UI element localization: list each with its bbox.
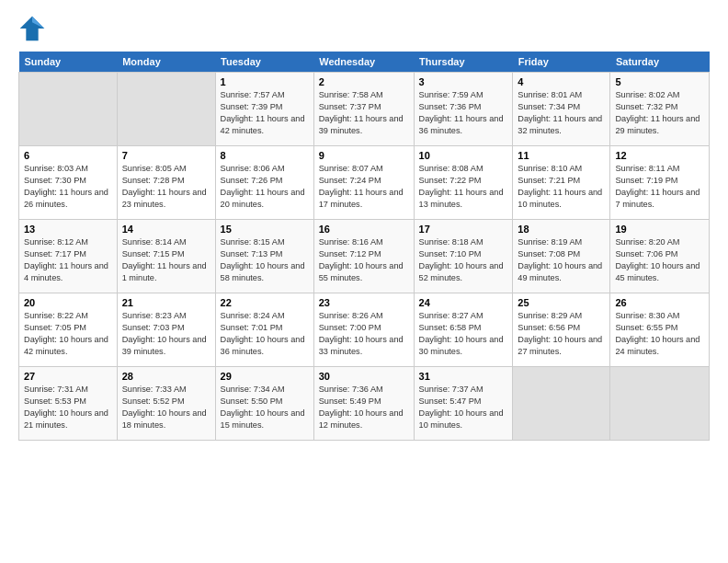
day-info: Sunrise: 8:27 AM Sunset: 6:58 PM Dayligh…	[419, 310, 508, 358]
day-info: Sunrise: 8:23 AM Sunset: 7:03 PM Dayligh…	[122, 310, 210, 358]
day-info: Sunrise: 8:02 AM Sunset: 7:32 PM Dayligh…	[615, 89, 704, 137]
calendar-day-cell: 22Sunrise: 8:24 AM Sunset: 7:01 PM Dayli…	[215, 293, 313, 367]
day-number: 28	[122, 371, 210, 382]
day-number: 6	[24, 150, 112, 161]
day-info: Sunrise: 8:03 AM Sunset: 7:30 PM Dayligh…	[24, 163, 112, 211]
calendar-day-cell: 28Sunrise: 7:33 AM Sunset: 5:52 PM Dayli…	[117, 367, 215, 441]
day-number: 20	[24, 297, 112, 308]
calendar-table: SundayMondayTuesdayWednesdayThursdayFrid…	[18, 52, 710, 441]
calendar-day-cell: 11Sunrise: 8:10 AM Sunset: 7:21 PM Dayli…	[513, 146, 610, 220]
day-info: Sunrise: 8:07 AM Sunset: 7:24 PM Dayligh…	[319, 163, 409, 211]
day-info: Sunrise: 8:06 AM Sunset: 7:26 PM Dayligh…	[221, 163, 309, 211]
day-number: 2	[319, 76, 409, 87]
calendar-day-cell: 16Sunrise: 8:16 AM Sunset: 7:12 PM Dayli…	[313, 220, 414, 293]
day-info: Sunrise: 7:34 AM Sunset: 5:50 PM Dayligh…	[221, 384, 309, 431]
day-info: Sunrise: 8:24 AM Sunset: 7:01 PM Dayligh…	[221, 310, 309, 358]
day-info: Sunrise: 7:58 AM Sunset: 7:37 PM Dayligh…	[319, 89, 409, 137]
day-info: Sunrise: 8:16 AM Sunset: 7:12 PM Dayligh…	[319, 236, 409, 284]
calendar-day-cell: 18Sunrise: 8:19 AM Sunset: 7:08 PM Dayli…	[513, 220, 610, 293]
calendar-day-cell: 29Sunrise: 7:34 AM Sunset: 5:50 PM Dayli…	[215, 367, 313, 441]
calendar-day-cell: 17Sunrise: 8:18 AM Sunset: 7:10 PM Dayli…	[414, 220, 513, 293]
calendar-day-cell: 2Sunrise: 7:58 AM Sunset: 7:37 PM Daylig…	[313, 73, 414, 146]
day-info: Sunrise: 8:11 AM Sunset: 7:19 PM Dayligh…	[615, 163, 704, 211]
day-info: Sunrise: 8:08 AM Sunset: 7:22 PM Dayligh…	[419, 163, 508, 211]
day-info: Sunrise: 8:14 AM Sunset: 7:15 PM Dayligh…	[122, 236, 210, 284]
calendar-day-cell: 4Sunrise: 8:01 AM Sunset: 7:34 PM Daylig…	[513, 73, 610, 146]
day-info: Sunrise: 7:57 AM Sunset: 7:39 PM Dayligh…	[221, 89, 309, 137]
weekday-header-cell: Sunday	[19, 52, 118, 73]
calendar-day-cell: 7Sunrise: 8:05 AM Sunset: 7:28 PM Daylig…	[117, 146, 215, 220]
calendar-day-cell: 3Sunrise: 7:59 AM Sunset: 7:36 PM Daylig…	[414, 73, 513, 146]
day-number: 22	[221, 297, 309, 308]
calendar-day-cell: 6Sunrise: 8:03 AM Sunset: 7:30 PM Daylig…	[19, 146, 118, 220]
day-number: 15	[221, 224, 309, 235]
day-info: Sunrise: 8:26 AM Sunset: 7:00 PM Dayligh…	[319, 310, 409, 358]
day-info: Sunrise: 8:18 AM Sunset: 7:10 PM Dayligh…	[419, 236, 508, 284]
day-info: Sunrise: 7:59 AM Sunset: 7:36 PM Dayligh…	[419, 89, 508, 137]
day-info: Sunrise: 8:05 AM Sunset: 7:28 PM Dayligh…	[122, 163, 210, 211]
weekday-header-cell: Saturday	[610, 52, 710, 73]
day-number: 29	[221, 371, 309, 382]
day-number: 1	[221, 76, 309, 87]
calendar-day-cell: 19Sunrise: 8:20 AM Sunset: 7:06 PM Dayli…	[610, 220, 710, 293]
day-info: Sunrise: 8:15 AM Sunset: 7:13 PM Dayligh…	[221, 236, 309, 284]
day-number: 3	[419, 76, 508, 87]
day-number: 5	[615, 76, 704, 87]
calendar-day-cell	[513, 367, 610, 441]
calendar-body: 1Sunrise: 7:57 AM Sunset: 7:39 PM Daylig…	[19, 73, 710, 441]
header	[18, 15, 710, 42]
day-number: 18	[518, 224, 605, 235]
calendar-day-cell	[19, 73, 118, 146]
day-number: 8	[221, 150, 309, 161]
day-info: Sunrise: 7:33 AM Sunset: 5:52 PM Dayligh…	[122, 384, 210, 431]
calendar-week-row: 13Sunrise: 8:12 AM Sunset: 7:17 PM Dayli…	[19, 220, 710, 293]
day-number: 11	[518, 150, 605, 161]
day-info: Sunrise: 7:36 AM Sunset: 5:49 PM Dayligh…	[319, 384, 409, 431]
day-info: Sunrise: 8:30 AM Sunset: 6:55 PM Dayligh…	[615, 310, 704, 358]
day-info: Sunrise: 8:20 AM Sunset: 7:06 PM Dayligh…	[615, 236, 704, 284]
day-number: 12	[615, 150, 704, 161]
day-number: 13	[24, 224, 112, 235]
calendar-day-cell: 15Sunrise: 8:15 AM Sunset: 7:13 PM Dayli…	[215, 220, 313, 293]
calendar-day-cell: 9Sunrise: 8:07 AM Sunset: 7:24 PM Daylig…	[313, 146, 414, 220]
calendar-day-cell: 27Sunrise: 7:31 AM Sunset: 5:53 PM Dayli…	[19, 367, 118, 441]
day-info: Sunrise: 7:31 AM Sunset: 5:53 PM Dayligh…	[24, 384, 112, 431]
day-number: 21	[122, 297, 210, 308]
calendar-day-cell: 20Sunrise: 8:22 AM Sunset: 7:05 PM Dayli…	[19, 293, 118, 367]
calendar-day-cell: 5Sunrise: 8:02 AM Sunset: 7:32 PM Daylig…	[610, 73, 710, 146]
page: SundayMondayTuesdayWednesdayThursdayFrid…	[0, 0, 728, 450]
calendar-week-row: 27Sunrise: 7:31 AM Sunset: 5:53 PM Dayli…	[19, 367, 710, 441]
weekday-header-cell: Wednesday	[313, 52, 414, 73]
calendar-day-cell: 13Sunrise: 8:12 AM Sunset: 7:17 PM Dayli…	[19, 220, 118, 293]
day-number: 25	[518, 297, 605, 308]
calendar-day-cell	[117, 73, 215, 146]
calendar-day-cell: 14Sunrise: 8:14 AM Sunset: 7:15 PM Dayli…	[117, 220, 215, 293]
day-info: Sunrise: 8:10 AM Sunset: 7:21 PM Dayligh…	[518, 163, 605, 211]
weekday-header-cell: Monday	[117, 52, 215, 73]
calendar-day-cell: 25Sunrise: 8:29 AM Sunset: 6:56 PM Dayli…	[513, 293, 610, 367]
logo	[18, 15, 51, 42]
calendar-week-row: 6Sunrise: 8:03 AM Sunset: 7:30 PM Daylig…	[19, 146, 710, 220]
calendar-day-cell: 12Sunrise: 8:11 AM Sunset: 7:19 PM Dayli…	[610, 146, 710, 220]
day-number: 26	[615, 297, 704, 308]
day-number: 16	[319, 224, 409, 235]
weekday-header-cell: Tuesday	[215, 52, 313, 73]
day-info: Sunrise: 8:01 AM Sunset: 7:34 PM Dayligh…	[518, 89, 605, 137]
day-number: 17	[419, 224, 508, 235]
day-info: Sunrise: 8:22 AM Sunset: 7:05 PM Dayligh…	[24, 310, 112, 358]
calendar-day-cell: 31Sunrise: 7:37 AM Sunset: 5:47 PM Dayli…	[414, 367, 513, 441]
day-info: Sunrise: 8:19 AM Sunset: 7:08 PM Dayligh…	[518, 236, 605, 284]
day-number: 30	[319, 371, 409, 382]
day-number: 7	[122, 150, 210, 161]
day-number: 10	[419, 150, 508, 161]
day-number: 14	[122, 224, 210, 235]
calendar-week-row: 20Sunrise: 8:22 AM Sunset: 7:05 PM Dayli…	[19, 293, 710, 367]
day-info: Sunrise: 8:29 AM Sunset: 6:56 PM Dayligh…	[518, 310, 605, 358]
calendar-day-cell: 30Sunrise: 7:36 AM Sunset: 5:49 PM Dayli…	[313, 367, 414, 441]
calendar-day-cell: 10Sunrise: 8:08 AM Sunset: 7:22 PM Dayli…	[414, 146, 513, 220]
calendar-day-cell: 8Sunrise: 8:06 AM Sunset: 7:26 PM Daylig…	[215, 146, 313, 220]
weekday-header-row: SundayMondayTuesdayWednesdayThursdayFrid…	[19, 52, 710, 73]
day-info: Sunrise: 7:37 AM Sunset: 5:47 PM Dayligh…	[419, 384, 508, 431]
day-number: 9	[319, 150, 409, 161]
weekday-header-cell: Thursday	[414, 52, 513, 73]
